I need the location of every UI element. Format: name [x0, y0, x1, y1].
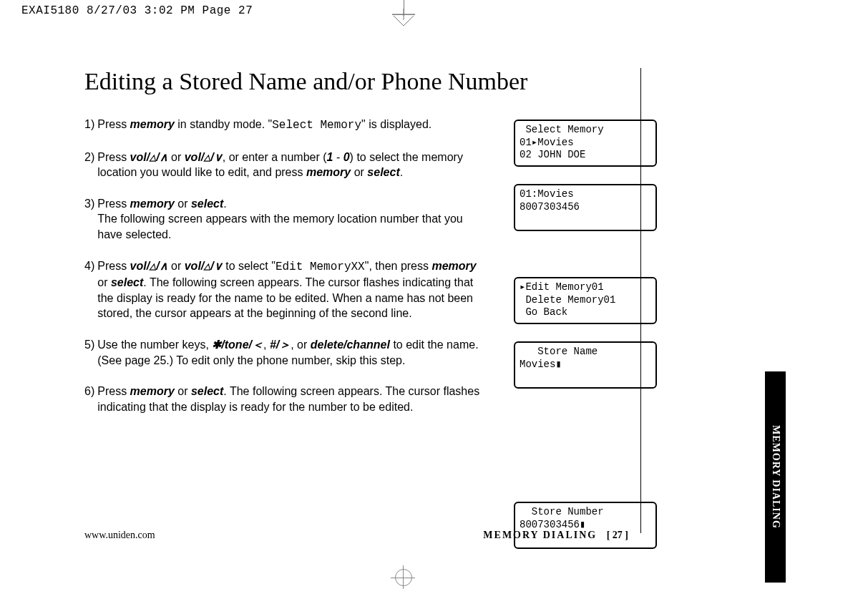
svg-line-2 [394, 16, 404, 26]
page-title: Editing a Stored Name and/or Phone Numbe… [84, 68, 786, 95]
text: - [333, 151, 343, 163]
step-number: 4) [84, 258, 94, 321]
lcd-store-name: Store Name Movies▮ [514, 341, 657, 389]
text: Press [97, 118, 130, 130]
step-3: 3) Press memory or select. The following… [84, 196, 485, 243]
key-vol-down: vol/△/∨ [185, 151, 223, 163]
key-memory: memory [130, 385, 175, 397]
step-number: 2) [84, 150, 94, 180]
text: in standby mode. " [175, 118, 272, 130]
text: Press [97, 151, 130, 163]
lcd-edit-menu: ▸Edit Memory01 Delete Memory01 Go Back [514, 277, 657, 324]
text: Press [97, 198, 130, 210]
step-1: 1) Press memory in standby mode. "Select… [84, 117, 485, 134]
text: to select " [223, 260, 275, 272]
footer-url: www.uniden.com [84, 530, 155, 541]
lcd-store-number: Store Number 8007303456▮ [514, 502, 657, 549]
key-star-tone: ✱/tone/＜ [212, 339, 263, 351]
key-hash: #/＞ [270, 339, 291, 351]
text: , [263, 339, 270, 351]
page-content: Editing a Stored Name and/or Phone Numbe… [84, 68, 786, 562]
step-5: 5) Use the number keys, ✱/tone/＜, #/＞, o… [84, 337, 485, 368]
text: The following screen appears with the me… [97, 213, 462, 240]
key-select: select [367, 166, 399, 178]
step-number: 3) [84, 196, 94, 243]
step-4: 4) Press vol/△/∧ or vol/△/∨ to select "E… [84, 258, 485, 321]
text: " is displayed. [361, 118, 431, 130]
text: or [351, 166, 367, 178]
key-select: select [111, 276, 143, 288]
text: , or [291, 339, 311, 351]
text: Use the number keys, [97, 339, 212, 351]
footer-page-number: [ 27 ] [607, 530, 628, 540]
lcd-entry-detail: 01:Movies 8007303456 [514, 184, 657, 231]
key-memory: memory [130, 198, 175, 210]
text: or [175, 385, 191, 397]
footer-section: MEMORY DIALING [483, 530, 597, 540]
step-number: 1) [84, 117, 94, 134]
step-6: 6) Press memory or select. The following… [84, 384, 485, 414]
text: . [400, 166, 403, 178]
page-footer: www.uniden.com MEMORY DIALING [ 27 ] [84, 530, 628, 541]
key-memory: memory [431, 260, 476, 272]
text: ", then press [365, 260, 432, 272]
text: . The following screen appears. The curs… [97, 276, 473, 319]
key-select: select [191, 385, 223, 397]
print-job-header: EXAI5180 8/27/03 3:02 PM Page 27 [21, 4, 253, 17]
text: Press [97, 385, 130, 397]
text: or [168, 260, 185, 272]
svg-line-3 [404, 16, 414, 26]
vertical-divider [640, 68, 641, 533]
text: . [223, 198, 226, 210]
step-number: 5) [84, 337, 94, 368]
lcd-text: Select Memory [272, 119, 361, 132]
lcd-screens-column: Select Memory 01▸Movies 02 JOHN DOE 01:M… [514, 117, 657, 549]
key-memory: memory [306, 166, 351, 178]
key-delete-channel: delete/channel [311, 339, 390, 351]
num-0: 0 [343, 151, 350, 163]
text: or [175, 198, 191, 210]
instruction-list: 1) Press memory in standby mode. "Select… [84, 117, 485, 549]
text: , or enter a number ( [223, 151, 327, 163]
section-tab: MEMORY DIALING [765, 371, 786, 583]
step-number: 6) [84, 384, 94, 414]
text: or [168, 151, 185, 163]
text: or [97, 276, 111, 288]
step-2: 2) Press vol/△/∧ or vol/△/∨, or enter a … [84, 150, 485, 180]
lcd-text: Edit MemoryXX [275, 261, 365, 273]
key-vol-up: vol/△/∧ [130, 151, 168, 163]
key-vol-up: vol/△/∧ [130, 260, 168, 272]
lcd-select-memory: Select Memory 01▸Movies 02 JOHN DOE [514, 120, 657, 167]
key-memory: memory [130, 118, 175, 130]
text: Press [97, 260, 130, 272]
key-vol-down: vol/△/∨ [185, 260, 223, 272]
key-select: select [191, 198, 223, 210]
